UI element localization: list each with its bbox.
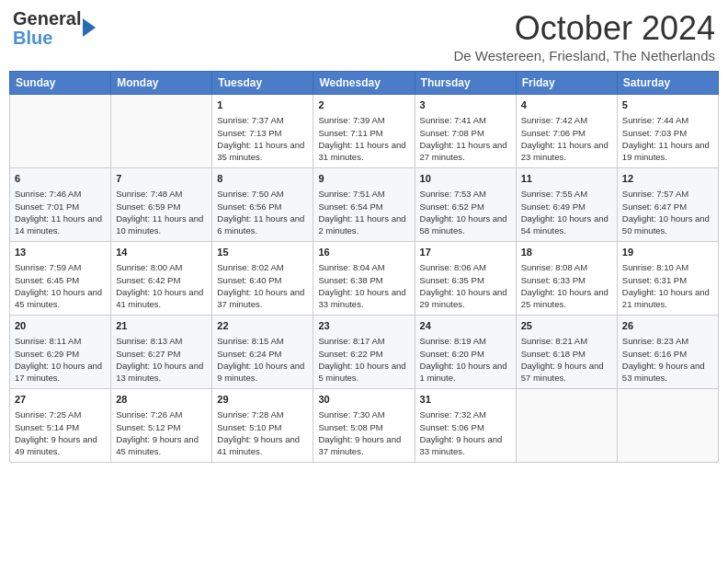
daylight-text: Daylight: 10 hours and 1 minute. xyxy=(420,360,511,385)
sunrise-text: Sunrise: 8:04 AM xyxy=(318,261,409,273)
sunrise-text: Sunrise: 8:11 AM xyxy=(15,335,106,347)
day-number: 6 xyxy=(15,172,106,186)
day-number: 20 xyxy=(15,319,106,333)
sunset-text: Sunset: 6:27 PM xyxy=(116,348,207,360)
day-number: 11 xyxy=(521,172,612,186)
sunset-text: Sunset: 6:56 PM xyxy=(217,201,308,213)
header-sunday: Sunday xyxy=(10,72,111,95)
sunrise-text: Sunrise: 8:08 AM xyxy=(521,261,612,273)
calendar-cell: 30Sunrise: 7:30 AMSunset: 5:08 PMDayligh… xyxy=(313,389,415,463)
sunrise-text: Sunrise: 7:55 AM xyxy=(521,188,612,200)
day-number: 3 xyxy=(420,98,511,112)
sunset-text: Sunset: 6:20 PM xyxy=(420,348,511,360)
daylight-text: Daylight: 11 hours and 31 minutes. xyxy=(318,139,409,164)
sunrise-text: Sunrise: 7:25 AM xyxy=(15,408,106,420)
calendar-header-row: SundayMondayTuesdayWednesdayThursdayFrid… xyxy=(10,72,719,95)
calendar-cell: 11Sunrise: 7:55 AMSunset: 6:49 PMDayligh… xyxy=(516,168,617,242)
day-number: 10 xyxy=(420,172,511,186)
sunset-text: Sunset: 7:08 PM xyxy=(420,127,511,139)
calendar-cell: 25Sunrise: 8:21 AMSunset: 6:18 PMDayligh… xyxy=(516,316,617,389)
sunset-text: Sunset: 7:11 PM xyxy=(318,127,409,139)
sunset-text: Sunset: 6:16 PM xyxy=(622,348,713,360)
daylight-text: Daylight: 11 hours and 2 minutes. xyxy=(318,213,409,237)
calendar-week-1: 1Sunrise: 7:37 AMSunset: 7:13 PMDaylight… xyxy=(10,95,719,168)
day-number: 19 xyxy=(622,246,713,259)
sunset-text: Sunset: 7:03 PM xyxy=(622,127,713,139)
day-number: 12 xyxy=(622,172,713,186)
day-number: 27 xyxy=(15,393,106,407)
logo-line1: General xyxy=(13,8,81,29)
header-thursday: Thursday xyxy=(415,72,516,95)
daylight-text: Daylight: 11 hours and 35 minutes. xyxy=(217,139,308,164)
daylight-text: Daylight: 11 hours and 19 minutes. xyxy=(622,139,713,164)
day-number: 24 xyxy=(420,319,511,333)
sunset-text: Sunset: 6:18 PM xyxy=(521,348,612,360)
calendar-cell: 23Sunrise: 8:17 AMSunset: 6:22 PMDayligh… xyxy=(313,316,415,389)
calendar-cell xyxy=(10,95,111,168)
calendar-week-4: 20Sunrise: 8:11 AMSunset: 6:29 PMDayligh… xyxy=(10,316,719,389)
calendar-cell: 20Sunrise: 8:11 AMSunset: 6:29 PMDayligh… xyxy=(10,316,111,389)
sunset-text: Sunset: 6:31 PM xyxy=(622,274,713,286)
sunrise-text: Sunrise: 8:10 AM xyxy=(622,261,713,273)
day-number: 16 xyxy=(318,246,409,259)
daylight-text: Daylight: 10 hours and 25 minutes. xyxy=(521,286,612,311)
sunset-text: Sunset: 6:45 PM xyxy=(15,274,106,286)
sunrise-text: Sunrise: 7:57 AM xyxy=(622,188,713,200)
daylight-text: Daylight: 10 hours and 45 minutes. xyxy=(15,286,106,311)
calendar-cell: 27Sunrise: 7:25 AMSunset: 5:14 PMDayligh… xyxy=(10,389,111,463)
day-number: 29 xyxy=(217,393,308,407)
day-number: 26 xyxy=(622,319,713,333)
daylight-text: Daylight: 10 hours and 13 minutes. xyxy=(116,360,207,385)
sunset-text: Sunset: 5:12 PM xyxy=(116,421,207,433)
sunrise-text: Sunrise: 8:06 AM xyxy=(420,261,511,273)
title-section: October 2024 De Westereen, Friesland, Th… xyxy=(453,9,715,63)
sunrise-text: Sunrise: 7:41 AM xyxy=(420,114,511,126)
page-header: General Blue October 2024 De Westereen, … xyxy=(9,9,719,63)
sunrise-text: Sunrise: 8:00 AM xyxy=(116,261,207,273)
sunset-text: Sunset: 6:38 PM xyxy=(318,274,409,286)
day-number: 5 xyxy=(622,98,713,112)
day-number: 1 xyxy=(217,98,308,112)
calendar-cell: 24Sunrise: 8:19 AMSunset: 6:20 PMDayligh… xyxy=(415,316,516,389)
day-number: 30 xyxy=(318,393,409,407)
sunset-text: Sunset: 6:47 PM xyxy=(622,201,713,213)
sunrise-text: Sunrise: 8:17 AM xyxy=(318,335,409,347)
sunrise-text: Sunrise: 8:21 AM xyxy=(521,335,612,347)
logo-line2: Blue xyxy=(13,28,52,48)
sunrise-text: Sunrise: 8:15 AM xyxy=(217,335,308,347)
daylight-text: Daylight: 9 hours and 45 minutes. xyxy=(116,433,207,458)
calendar-week-5: 27Sunrise: 7:25 AMSunset: 5:14 PMDayligh… xyxy=(10,389,719,463)
sunset-text: Sunset: 7:06 PM xyxy=(521,127,612,139)
daylight-text: Daylight: 10 hours and 21 minutes. xyxy=(622,286,713,311)
daylight-text: Daylight: 10 hours and 33 minutes. xyxy=(318,286,409,311)
calendar-cell: 7Sunrise: 7:48 AMSunset: 6:59 PMDaylight… xyxy=(111,168,212,242)
daylight-text: Daylight: 9 hours and 41 minutes. xyxy=(217,433,308,458)
sunrise-text: Sunrise: 7:46 AM xyxy=(15,188,106,200)
calendar-cell: 16Sunrise: 8:04 AMSunset: 6:38 PMDayligh… xyxy=(313,242,415,316)
sunrise-text: Sunrise: 7:30 AM xyxy=(318,408,409,420)
sunset-text: Sunset: 5:06 PM xyxy=(420,421,511,433)
sunrise-text: Sunrise: 7:42 AM xyxy=(521,114,612,126)
sunrise-text: Sunrise: 7:44 AM xyxy=(622,114,713,126)
sunset-text: Sunset: 5:14 PM xyxy=(15,421,106,433)
day-number: 21 xyxy=(116,319,207,333)
sunset-text: Sunset: 6:24 PM xyxy=(217,348,308,360)
daylight-text: Daylight: 10 hours and 54 minutes. xyxy=(521,213,612,237)
sunset-text: Sunset: 5:08 PM xyxy=(318,421,409,433)
calendar-cell: 12Sunrise: 7:57 AMSunset: 6:47 PMDayligh… xyxy=(617,168,718,242)
calendar-cell: 13Sunrise: 7:59 AMSunset: 6:45 PMDayligh… xyxy=(10,242,111,316)
calendar-cell: 15Sunrise: 8:02 AMSunset: 6:40 PMDayligh… xyxy=(212,242,313,316)
calendar-cell: 2Sunrise: 7:39 AMSunset: 7:11 PMDaylight… xyxy=(313,95,415,168)
sunrise-text: Sunrise: 7:39 AM xyxy=(318,114,409,126)
sunset-text: Sunset: 6:29 PM xyxy=(15,348,106,360)
calendar-cell: 8Sunrise: 7:50 AMSunset: 6:56 PMDaylight… xyxy=(212,168,313,242)
calendar-cell xyxy=(617,389,718,463)
day-number: 28 xyxy=(116,393,207,407)
location-label: De Westereen, Friesland, The Netherlands xyxy=(453,48,715,63)
calendar-cell: 14Sunrise: 8:00 AMSunset: 6:42 PMDayligh… xyxy=(111,242,212,316)
daylight-text: Daylight: 11 hours and 10 minutes. xyxy=(116,213,207,237)
calendar-cell xyxy=(516,389,617,463)
header-saturday: Saturday xyxy=(617,72,718,95)
daylight-text: Daylight: 10 hours and 9 minutes. xyxy=(217,360,308,385)
logo: General Blue xyxy=(13,9,96,48)
